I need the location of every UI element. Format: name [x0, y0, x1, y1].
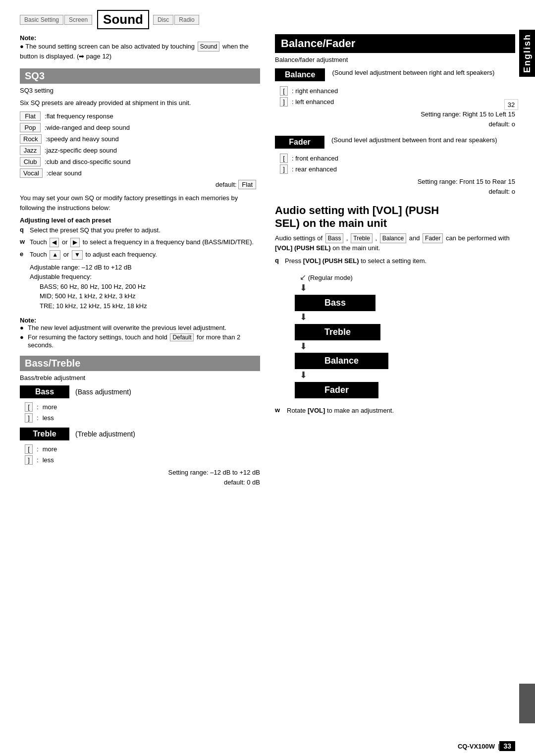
preset-club: Club : club and disco-specific sound: [20, 157, 260, 166]
sq3-heading: SQ3: [20, 68, 260, 84]
flow-start: ↙ (Regular mode): [295, 272, 353, 282]
audio-heading: Audio setting with [VOL] (PUSH SEL) on t…: [275, 204, 515, 230]
bass-more-row: [ : more: [25, 402, 260, 412]
treble-more-bracket: [: [25, 444, 33, 454]
treble-button[interactable]: Treble: [20, 428, 69, 440]
note-title: Note:: [20, 34, 260, 42]
fader-rear-row: ] : rear enhanced: [280, 164, 515, 174]
bass-button[interactable]: Bass: [20, 385, 69, 398]
bass-button-row: Bass (Bass adjustment): [20, 385, 260, 398]
audio-setting-section: Audio setting with [VOL] (PUSH SEL) on t…: [275, 204, 515, 415]
sq3-default: default: Flat: [20, 181, 260, 188]
balance-right-row: [ : right enhanced: [280, 86, 515, 96]
main-content: Note: ● The sound setting screen can be …: [0, 34, 535, 494]
step-e-box2: ▼: [72, 250, 83, 260]
treble-less-bracket: ]: [25, 455, 33, 465]
sq3-intro: Six SQ presets are already provided at s…: [20, 98, 260, 108]
fader-rear-bracket: ]: [280, 164, 288, 174]
balance-fader-section: Balance/Fader Balance/fader adjustment B…: [275, 34, 515, 196]
fader-button[interactable]: Fader: [275, 136, 324, 149]
balance-desc: (Sound level adjustment between right an…: [332, 68, 515, 77]
audio-fader-inline: Fader: [423, 233, 443, 243]
preset-pop: Pop : wide-ranged and deep sound: [20, 123, 260, 132]
sq3-sub: SQ3 setting: [20, 87, 260, 94]
bass-less-bracket: ]: [25, 413, 33, 423]
flow-bass: Bass: [295, 295, 375, 311]
tab-disc[interactable]: Disc: [153, 15, 173, 25]
sq3-indent: Adjustable range: –12 dB to +12 dB Adjus…: [30, 263, 260, 311]
audio-intro: Audio settings of Bass , Treble , Balanc…: [275, 233, 515, 253]
sound-inline-label: Sound: [198, 42, 220, 52]
bass-more-bracket: [: [25, 402, 33, 412]
treble-button-row: Treble (Treble adjustment): [20, 428, 260, 440]
sq3-presets: Flat : flat frequency response Pop : wid…: [20, 111, 260, 178]
preset-flat: Flat : flat frequency response: [20, 111, 260, 121]
note2-bullet2: ● For resuming the factory settings, tou…: [20, 333, 260, 349]
page-badge-32: 32: [504, 99, 518, 110]
step-w: w Touch ◀ or ▶ to select a frequency in …: [20, 238, 260, 247]
balance-right-bracket: [: [280, 86, 288, 96]
bottom-bar: CQ-VX100W | 33: [458, 741, 515, 751]
balance-left-bracket: ]: [280, 97, 288, 107]
balance-button[interactable]: Balance: [275, 68, 325, 81]
right-column: Balance/Fader Balance/fader adjustment B…: [275, 34, 515, 494]
fader-desc: (Sound level adjustment between front an…: [331, 136, 515, 145]
treble-desc: (Treble adjustment): [75, 430, 135, 438]
fader-front-row: [ : front enhanced: [280, 154, 515, 163]
flow-arrow-4: ⬇: [295, 370, 307, 381]
balance-row: Balance (Sound level adjustment between …: [275, 68, 515, 81]
treble-more-row: [ : more: [25, 444, 260, 454]
bass-treble-sub: Bass/treble adjustment: [20, 374, 260, 381]
default-inline: Default: [170, 333, 194, 341]
header-nav: Basic Setting Screen Sound Disc Radio: [0, 0, 535, 34]
audio-bass-inline: Bass: [325, 233, 344, 243]
bass-less-row: ] : less: [25, 413, 260, 423]
tab-radio[interactable]: Radio: [174, 15, 199, 25]
fader-row: Fader (Sound level adjustment between fr…: [275, 136, 515, 149]
sq3-body1: You may set your own SQ or modify factor…: [20, 193, 260, 213]
page-number: 33: [499, 741, 515, 751]
preset-rock: Rock : speedy and heavy sound: [20, 134, 260, 144]
balance-left-row: ] : left enhanced: [280, 97, 515, 107]
flow-arrow-1: ⬇: [295, 283, 307, 294]
note2-bullet1: ● The new level adjustment will overwrit…: [20, 324, 260, 331]
flow-arrow-2: ⬇: [295, 312, 307, 323]
english-side-tab: English: [519, 30, 535, 77]
tab-screen[interactable]: Screen: [64, 15, 92, 25]
note2-section: Note: ● The new level adjustment will ov…: [20, 317, 260, 349]
audio-step-q: q Press [VOL] (PUSH SEL) to select a set…: [275, 257, 515, 266]
balance-fader-sub: Balance/fader adjustment: [275, 56, 515, 63]
bass-desc: (Bass adjustment): [75, 388, 131, 396]
flow-fader: Fader: [295, 382, 378, 398]
left-column: Note: ● The sound setting screen can be …: [20, 34, 260, 494]
flow-treble: Treble: [295, 324, 380, 340]
preset-vocal: Vocal : clear sound: [20, 168, 260, 178]
preset-jazz: Jazz : jazz-specific deep sound: [20, 146, 260, 155]
tab-sound-active[interactable]: Sound: [97, 10, 149, 29]
flow-arrow-3: ⬇: [295, 341, 307, 352]
fader-front-bracket: [: [280, 154, 288, 163]
step-e: e Touch ▲ or ▼ to adjust each frequency.: [20, 250, 260, 260]
step-w-box2: ▶: [70, 238, 80, 247]
sq3-adj-title: Adjusting level of each preset: [20, 216, 260, 224]
rotate-step: w Rotate [VOL] to make an adjustment.: [275, 406, 515, 415]
note-text: ● The sound setting screen can be also a…: [20, 42, 260, 61]
step-w-box1: ◀: [50, 238, 59, 247]
note2-title: Note:: [20, 317, 260, 324]
tab-basic-setting[interactable]: Basic Setting: [20, 15, 63, 25]
bass-treble-range: Setting range: –12 dB to +12 dB default:…: [20, 468, 260, 487]
audio-balance-inline: Balance: [380, 233, 406, 243]
audio-treble-inline: Treble: [351, 233, 373, 243]
step-q: q Select the preset SQ that you prefer t…: [20, 226, 260, 235]
flow-diagram: ↙ (Regular mode) ⬇ Bass ⬇ Treble ⬇ Balan…: [295, 272, 515, 399]
fader-range: Setting range: Front 15 to Rear 15 defau…: [275, 177, 515, 196]
model-name: CQ-VX100W: [458, 743, 495, 750]
right-strip: [519, 684, 535, 723]
balance-range: Setting range: Right 15 to Left 15 defau…: [275, 109, 515, 129]
note-section: Note: ● The sound setting screen can be …: [20, 34, 260, 61]
bass-treble-heading: Bass/Treble: [20, 356, 260, 371]
flow-balance: Balance: [295, 353, 388, 369]
treble-less-row: ] : less: [25, 455, 260, 465]
balance-fader-heading: Balance/Fader: [275, 34, 515, 53]
step-e-box1: ▲: [50, 250, 60, 260]
